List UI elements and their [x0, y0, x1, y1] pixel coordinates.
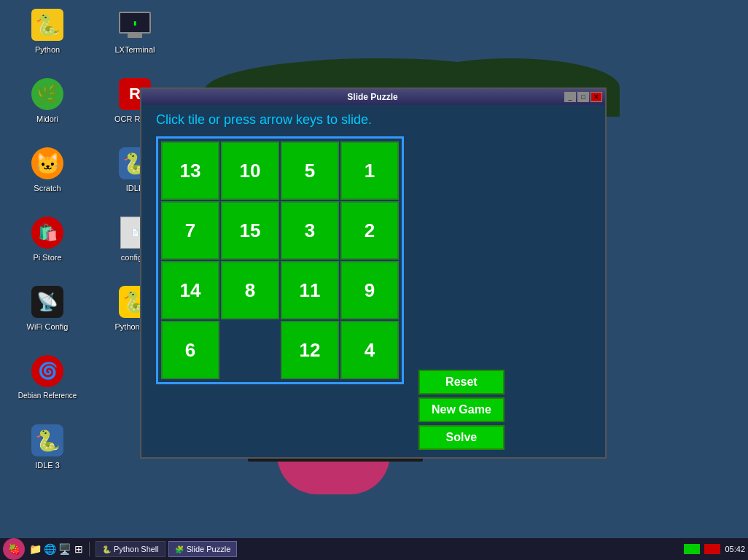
tile-empty — [221, 321, 279, 379]
tile-15[interactable]: 15 — [221, 201, 279, 260]
tile-4[interactable]: 4 — [340, 321, 399, 379]
tile-10[interactable]: 10 — [221, 141, 279, 200]
window-content: Click tile or press arrow keys to slide.… — [141, 105, 605, 457]
tile-12[interactable]: 12 — [281, 321, 339, 379]
tile-6[interactable]: 6 — [161, 321, 219, 379]
scratch-icon: 🐱 — [31, 147, 63, 179]
taskbar-start-button[interactable]: 🍓 — [3, 538, 25, 560]
pistore-label: Pi Store — [33, 253, 61, 262]
tile-5[interactable]: 5 — [281, 141, 339, 200]
window-minimize-button[interactable]: _ — [564, 92, 576, 102]
python-shell-label: Python Shell — [114, 545, 159, 553]
taskbar-terminal-icon[interactable]: 🖥️ — [57, 542, 71, 556]
puzzle-container: 13 10 5 1 7 15 3 2 14 8 11 9 6 12 4 — [156, 136, 591, 450]
idle3-icon: 🐍 — [31, 424, 63, 456]
slide-puzzle-label: Slide Puzzle — [187, 545, 231, 553]
tile-11[interactable]: 11 — [281, 261, 339, 319]
window-title: Slide Puzzle — [181, 92, 564, 102]
slide-puzzle-window: Slide Puzzle _ □ ✕ Click tile or press a… — [140, 88, 607, 459]
network-indicator — [684, 544, 700, 554]
desktop-icon-wificonfig[interactable]: 📡 WiFi Config — [15, 284, 80, 331]
wificonfig-label: WiFi Config — [27, 322, 69, 331]
python-shell-icon: 🐍 — [102, 545, 111, 553]
debian-label: Debian Reference — [18, 392, 77, 400]
desktop-icon-pistore[interactable]: 🛍️ Pi Store — [15, 215, 80, 262]
tile-13[interactable]: 13 — [161, 141, 219, 200]
taskbar-slide-puzzle[interactable]: 🧩 Slide Puzzle — [168, 541, 238, 557]
midori-label: Midori — [36, 114, 58, 123]
lxterminal-icon: ▮ — [119, 12, 151, 38]
scratch-label: Scratch — [34, 184, 61, 192]
taskbar-python-shell[interactable]: 🐍 Python Shell — [96, 541, 165, 557]
puzzle-buttons: Reset New Game Solve — [418, 370, 504, 450]
taskbar-files-icon[interactable]: 📁 — [28, 542, 42, 556]
tile-8[interactable]: 8 — [221, 261, 279, 319]
wifi-icon: 📡 — [31, 286, 63, 318]
puzzle-board: 13 10 5 1 7 15 3 2 14 8 11 9 6 12 4 — [156, 136, 404, 384]
tile-7[interactable]: 7 — [161, 201, 219, 260]
instruction-text: Click tile or press arrow keys to slide. — [156, 112, 591, 128]
window-titlebar[interactable]: Slide Puzzle _ □ ✕ — [141, 89, 605, 105]
window-close-button[interactable]: ✕ — [591, 92, 602, 102]
taskbar-browser-icon[interactable]: 🌐 — [42, 542, 57, 556]
taskbar-open-windows: 🐍 Python Shell 🧩 Slide Puzzle — [93, 541, 684, 557]
raspberry-icon: 🍓 — [8, 543, 20, 555]
tile-14[interactable]: 14 — [161, 261, 219, 319]
desktop-icon-python[interactable]: 🐍 Python — [15, 7, 80, 54]
desktop-icon-lxterminal[interactable]: ▮ LXTerminal — [102, 7, 168, 54]
lxterminal-label: LXTerminal — [114, 45, 155, 54]
new-game-button[interactable]: New Game — [418, 397, 504, 422]
idle3-label: IDLE 3 — [35, 461, 60, 470]
taskbar-right: 05:42 — [684, 544, 748, 554]
desktop-icon-debian[interactable]: 🌀 Debian Reference — [15, 354, 80, 400]
reset-button[interactable]: Reset — [418, 370, 504, 394]
pistore-icon: 🛍️ — [31, 217, 63, 249]
solve-button[interactable]: Solve — [418, 425, 504, 450]
tile-9[interactable]: 9 — [340, 261, 399, 319]
power-indicator — [704, 544, 720, 554]
taskbar-apps-icon[interactable]: ⊞ — [71, 542, 86, 556]
tile-2[interactable]: 2 — [340, 201, 399, 260]
taskbar-time: 05:42 — [725, 545, 745, 553]
window-controls: _ □ ✕ — [564, 92, 602, 102]
taskbar: 🍓 📁 🌐 🖥️ ⊞ 🐍 Python Shell 🧩 Slide Puzzle… — [0, 538, 748, 560]
desktop-icon-midori[interactable]: 🌿 Midori — [15, 77, 80, 123]
slide-puzzle-taskbar-icon: 🧩 — [175, 545, 184, 553]
python-label: Python — [35, 45, 60, 54]
debian-icon: 🌀 — [31, 355, 63, 387]
tile-3[interactable]: 3 — [281, 201, 339, 260]
desktop-icon-scratch[interactable]: 🐱 Scratch — [15, 146, 80, 192]
python-icon: 🐍 — [31, 9, 63, 41]
desktop-icon-idle3[interactable]: 🐍 IDLE 3 — [15, 423, 80, 470]
window-maximize-button[interactable]: □ — [577, 92, 589, 102]
taskbar-separator — [89, 542, 90, 556]
midori-icon: 🌿 — [31, 78, 63, 110]
tile-1[interactable]: 1 — [340, 141, 399, 200]
